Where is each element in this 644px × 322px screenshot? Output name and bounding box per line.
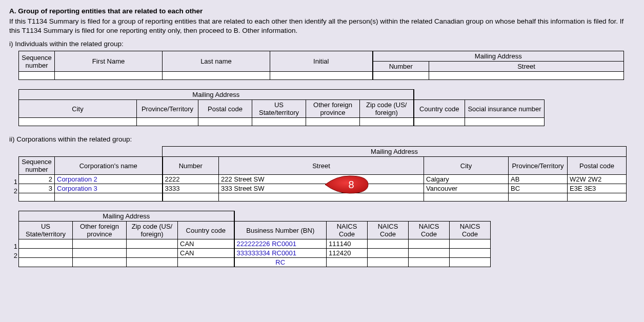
cell-city[interactable]	[19, 118, 137, 126]
cell-other-foreign[interactable]	[73, 258, 127, 267]
col-city: City	[19, 100, 137, 118]
cell-naics4[interactable]	[450, 258, 491, 267]
cell-street[interactable]	[219, 193, 424, 202]
cell-bn-footer[interactable]: RC	[234, 258, 327, 267]
cell-prov[interactable]: BC	[509, 184, 568, 193]
col-zip-2: Zip code (US/ foreign)	[127, 222, 178, 239]
row-index-2: 2	[10, 187, 17, 195]
cell-postal[interactable]: W2W 2W2	[568, 175, 627, 184]
subsection-i-label: i) Individuals within the related group:	[9, 40, 635, 48]
cell-street[interactable]: 222 Street SW	[219, 175, 424, 184]
cell-other-foreign[interactable]	[73, 239, 127, 249]
cell-us-state[interactable]	[19, 258, 73, 267]
cell-naics4[interactable]	[450, 239, 491, 249]
cell-us-state[interactable]	[19, 249, 73, 258]
cell-naics1[interactable]: 112420	[327, 249, 368, 258]
col-other-foreign: Other foreign province	[306, 100, 360, 118]
cell-city[interactable]: Vancouver	[424, 184, 509, 193]
cell-prov[interactable]	[509, 193, 568, 202]
col-naics-1: NAICS Code	[327, 222, 368, 239]
cell-other-foreign[interactable]	[306, 118, 360, 126]
col-seq-num-2: Sequence number	[19, 157, 55, 175]
cell-bn[interactable]: 222222226 RC0001	[234, 239, 327, 249]
col-seq-num: Sequence number	[19, 51, 55, 72]
cell-postal[interactable]	[568, 193, 627, 202]
col-street: Street	[429, 62, 624, 72]
cell-prov[interactable]: AB	[509, 175, 568, 184]
col-other-foreign-2: Other foreign province	[73, 222, 127, 239]
col-mailing-address-3: Mailing Address	[163, 147, 627, 157]
cell-zip[interactable]	[360, 118, 414, 126]
cell-naics2[interactable]	[368, 258, 409, 267]
cell-city[interactable]: Calgary	[424, 175, 509, 184]
col-naics-4: NAICS Code	[450, 222, 491, 239]
col-last-name: Last name	[163, 51, 270, 72]
cell-sin[interactable]	[465, 118, 545, 126]
cell-seq[interactable]: 3	[19, 184, 55, 193]
col-prov: Province/Territory	[137, 100, 198, 118]
cell-seq[interactable]	[19, 193, 55, 202]
bn-footer-link[interactable]: RC	[275, 258, 285, 266]
cell-seq[interactable]	[19, 72, 55, 80]
col-first-name: First Name	[55, 51, 163, 72]
cell-naics3[interactable]	[409, 239, 450, 249]
cell-naics2[interactable]	[368, 239, 409, 249]
corporations-table-2: Mailing Address US State/territory Other…	[18, 211, 491, 267]
row-index-2b: 2	[10, 252, 17, 259]
cell-number[interactable]: 2222	[163, 175, 219, 184]
section-heading: A. Group of reporting entities that are …	[9, 7, 635, 15]
cell-prov[interactable]	[137, 118, 198, 126]
cell-zip[interactable]	[127, 239, 178, 249]
cell-bn[interactable]: 333333334 RC0001	[234, 249, 327, 258]
col-postal-2: Postal code	[568, 157, 627, 175]
cell-postal[interactable]: E3E 3E3	[568, 184, 627, 193]
cell-zip[interactable]	[127, 258, 178, 267]
cell-first-name[interactable]	[55, 72, 163, 80]
cell-naics2[interactable]	[368, 249, 409, 258]
col-number: Number	[373, 62, 429, 72]
cell-number[interactable]	[373, 72, 429, 80]
col-naics-2: NAICS Code	[368, 222, 409, 239]
cell-city[interactable]	[424, 193, 509, 202]
cell-corp-name[interactable]	[55, 193, 163, 202]
cell-us-state[interactable]	[19, 239, 73, 249]
cell-seq[interactable]: 2	[19, 175, 55, 184]
col-initial: Initial	[270, 51, 373, 72]
col-mailing-address-4: Mailing Address	[19, 211, 234, 222]
cell-naics4[interactable]	[450, 249, 491, 258]
cell-naics1[interactable]: 111140	[327, 239, 368, 249]
bn-link[interactable]: 222222226 RC0001	[237, 240, 296, 248]
cell-number[interactable]: 3333	[163, 184, 219, 193]
cell-number[interactable]	[163, 193, 219, 202]
section-description: If this T1134 Summary is filed for a gro…	[9, 17, 635, 35]
row-index-1: 1	[10, 178, 17, 186]
cell-naics1[interactable]	[327, 258, 368, 267]
col-zip: Zip code (US/ foreign)	[360, 100, 414, 118]
cell-other-foreign[interactable]	[73, 249, 127, 258]
cell-last-name[interactable]	[163, 72, 270, 80]
cell-corp-name[interactable]: Corporation 2	[55, 175, 163, 184]
cell-country[interactable]	[178, 258, 234, 267]
bn-link[interactable]: 333333334 RC0001	[237, 249, 296, 257]
col-number-2: Number	[163, 157, 219, 175]
cell-country[interactable]: CAN	[178, 239, 234, 249]
cell-zip[interactable]	[127, 249, 178, 258]
cell-naics3[interactable]	[409, 249, 450, 258]
corporations-table-1: Mailing Address Sequence number Corporat…	[18, 146, 627, 202]
cell-initial[interactable]	[270, 72, 373, 80]
individuals-table-2: Mailing Address City Province/Territory …	[18, 89, 545, 126]
cell-postal[interactable]	[198, 118, 252, 126]
cell-country[interactable]	[414, 118, 465, 126]
col-city-2: City	[424, 157, 509, 175]
cell-naics3[interactable]	[409, 258, 450, 267]
col-street-2: Street	[219, 157, 424, 175]
individuals-table-1: Sequence number First Name Last name Ini…	[18, 51, 624, 80]
col-bn: Business Number (BN)	[234, 222, 327, 239]
cell-street[interactable]	[429, 72, 624, 80]
cell-street[interactable]: 333 Street SW	[219, 184, 424, 193]
corp-link[interactable]: Corporation 2	[57, 175, 97, 183]
cell-us-state[interactable]	[252, 118, 306, 126]
cell-corp-name[interactable]: Corporation 3	[55, 184, 163, 193]
cell-country[interactable]: CAN	[178, 249, 234, 258]
corp-link[interactable]: Corporation 3	[57, 185, 97, 192]
